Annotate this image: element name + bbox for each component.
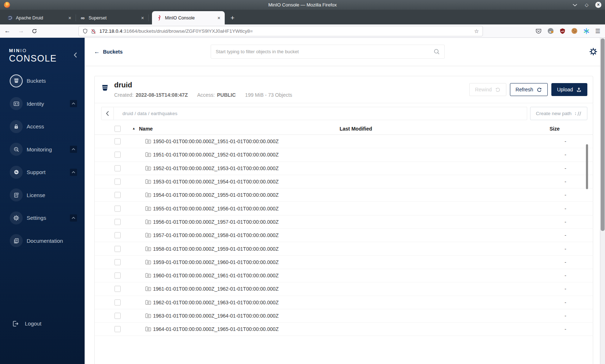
- filter-search-box[interactable]: [211, 45, 445, 59]
- sidebar-item-license[interactable]: License: [0, 184, 85, 207]
- upload-button[interactable]: Upload: [551, 83, 587, 96]
- sidebar-item-logout[interactable]: Logout: [0, 312, 85, 335]
- row-checkbox[interactable]: [115, 219, 121, 225]
- privacy-extension-icon[interactable]: [547, 28, 554, 34]
- object-name[interactable]: 1954-01-01T00:00:00.000Z_1955-01-01T00:0…: [153, 192, 279, 198]
- row-checkbox[interactable]: [115, 313, 121, 319]
- tab-superset[interactable]: ∞ Superset ×: [76, 11, 148, 24]
- column-header-last-modified[interactable]: Last Modified: [340, 126, 372, 132]
- back-to-buckets-link[interactable]: ← Buckets: [94, 49, 122, 55]
- object-row[interactable]: 1958-01-01T00:00:00.000Z_1959-01-01T00:0…: [95, 242, 593, 255]
- nav-forward-button[interactable]: →: [18, 27, 24, 35]
- sidebar-collapse-icon[interactable]: [74, 52, 77, 58]
- menu-hamburger-icon[interactable]: ☰: [595, 28, 600, 35]
- object-name[interactable]: 1964-01-01T00:00:00.000Z_1965-01-01T00:0…: [153, 326, 279, 332]
- sidebar-item-identity[interactable]: Identity: [0, 92, 85, 115]
- object-name[interactable]: 1957-01-01T00:00:00.000Z_1958-01-01T00:0…: [153, 232, 279, 238]
- ublock-icon[interactable]: uO: [560, 28, 565, 34]
- object-row[interactable]: 1964-01-01T00:00:00.000Z_1965-01-01T00:0…: [95, 323, 593, 336]
- nav-back-button[interactable]: ←: [4, 27, 10, 35]
- chevron-up-icon[interactable]: [70, 146, 77, 153]
- select-all-checkbox[interactable]: [115, 126, 121, 132]
- path-back-button[interactable]: [102, 107, 114, 120]
- row-checkbox[interactable]: [115, 286, 121, 292]
- row-checkbox[interactable]: [115, 273, 121, 279]
- column-header-size[interactable]: Size: [550, 126, 560, 132]
- sidebar-item-documentation[interactable]: Documentation: [0, 229, 85, 252]
- object-name[interactable]: 1963-01-01T00:00:00.000Z_1964-01-01T00:0…: [153, 313, 279, 319]
- nav-reload-button[interactable]: [32, 28, 37, 34]
- minimize-button[interactable]: [572, 2, 578, 8]
- row-checkbox[interactable]: [115, 138, 121, 145]
- object-name[interactable]: 1955-01-01T00:00:00.000Z_1956-01-01T00:0…: [153, 206, 279, 211]
- page-scrollbar[interactable]: [600, 38, 605, 364]
- bucket-name: druid: [114, 81, 132, 89]
- object-row[interactable]: 1954-01-01T00:00:00.000Z_1955-01-01T00:0…: [95, 188, 593, 202]
- object-name[interactable]: 1956-01-01T00:00:00.000Z_1957-01-01T00:0…: [153, 219, 279, 225]
- object-name[interactable]: 1952-01-01T00:00:00.000Z_1953-01-01T00:0…: [153, 165, 279, 171]
- bookmark-star-icon[interactable]: ☆: [474, 28, 479, 35]
- object-row[interactable]: 1953-01-01T00:00:00.000Z_1954-01-01T00:0…: [95, 175, 593, 188]
- object-row[interactable]: 1963-01-01T00:00:00.000Z_1964-01-01T00:0…: [95, 309, 593, 323]
- object-row[interactable]: 1957-01-01T00:00:00.000Z_1958-01-01T00:0…: [95, 229, 593, 242]
- tab-close-icon[interactable]: ×: [216, 15, 221, 21]
- pocket-icon[interactable]: [535, 28, 542, 34]
- object-name[interactable]: 1953-01-01T00:00:00.000Z_1954-01-01T00:0…: [153, 179, 279, 185]
- tab-apache-druid[interactable]: Apache Druid ×: [3, 11, 76, 24]
- row-checkbox[interactable]: [115, 179, 121, 185]
- row-checkbox[interactable]: [115, 192, 121, 198]
- tab-close-icon[interactable]: ×: [140, 15, 145, 21]
- row-checkbox[interactable]: [115, 259, 121, 265]
- page-scrollbar-thumb[interactable]: [601, 38, 605, 231]
- sidebar-item-access[interactable]: Access: [0, 115, 85, 138]
- object-row[interactable]: 1955-01-01T00:00:00.000Z_1956-01-01T00:0…: [95, 202, 593, 215]
- close-button[interactable]: ×: [595, 2, 601, 8]
- sidebar-item-support[interactable]: Support: [0, 161, 85, 184]
- column-header-name[interactable]: Name: [139, 126, 153, 132]
- tab-close-icon[interactable]: ×: [67, 15, 72, 21]
- refresh-button[interactable]: Refresh: [510, 83, 548, 96]
- container-asterisk-icon[interactable]: [583, 28, 590, 34]
- object-row[interactable]: 1950-01-01T00:00:00.000Z_1951-01-01T00:0…: [95, 135, 593, 148]
- row-checkbox[interactable]: [115, 205, 121, 211]
- object-row[interactable]: 1961-01-01T00:00:00.000Z_1962-01-01T00:0…: [95, 282, 593, 296]
- row-checkbox[interactable]: [115, 232, 121, 238]
- cookie-extension-icon[interactable]: [571, 28, 578, 34]
- breadcrumb[interactable]: druid / data / earthquakes: [114, 111, 178, 116]
- settings-gear-icon[interactable]: [589, 47, 597, 56]
- shield-icon[interactable]: [82, 28, 88, 34]
- object-name[interactable]: 1961-01-01T00:00:00.000Z_1962-01-01T00:0…: [153, 286, 279, 292]
- object-row[interactable]: 1952-01-01T00:00:00.000Z_1953-01-01T00:0…: [95, 162, 593, 175]
- object-name[interactable]: 1959-01-01T00:00:00.000Z_1960-01-01T00:0…: [153, 259, 279, 265]
- object-name[interactable]: 1960-01-01T00:00:00.000Z_1961-01-01T00:0…: [153, 273, 279, 278]
- object-row[interactable]: 1960-01-01T00:00:00.000Z_1961-01-01T00:0…: [95, 269, 593, 282]
- new-tab-button[interactable]: +: [230, 14, 234, 21]
- insecure-lock-icon[interactable]: [91, 28, 96, 34]
- chevron-up-icon[interactable]: [70, 169, 77, 176]
- sidebar-item-buckets[interactable]: Buckets: [0, 69, 85, 92]
- object-name[interactable]: 1962-01-01T00:00:00.000Z_1963-01-01T00:0…: [153, 300, 279, 305]
- sidebar-item-settings[interactable]: Settings: [0, 206, 85, 229]
- rewind-button[interactable]: Rewind: [469, 83, 506, 96]
- tab-minio-console[interactable]: MinIO Console ×: [152, 11, 225, 24]
- create-new-path-button[interactable]: Create new path: [530, 107, 587, 120]
- maximize-button[interactable]: ◇: [583, 2, 590, 8]
- url-bar[interactable]: 172.18.0.4:31664/buckets/druid/browse/ZG…: [79, 26, 483, 36]
- object-name[interactable]: 1951-01-01T00:00:00.000Z_1952-01-01T00:0…: [153, 152, 279, 158]
- search-input[interactable]: [216, 49, 434, 54]
- object-row[interactable]: 1956-01-01T00:00:00.000Z_1957-01-01T00:0…: [95, 215, 593, 229]
- object-name[interactable]: 1958-01-01T00:00:00.000Z_1959-01-01T00:0…: [153, 246, 279, 252]
- chevron-up-icon[interactable]: [70, 100, 77, 107]
- object-row[interactable]: 1962-01-01T00:00:00.000Z_1963-01-01T00:0…: [95, 296, 593, 309]
- row-checkbox[interactable]: [115, 326, 121, 332]
- table-scrollbar-thumb[interactable]: [586, 144, 588, 189]
- row-checkbox[interactable]: [115, 165, 121, 171]
- object-name[interactable]: 1950-01-01T00:00:00.000Z_1951-01-01T00:0…: [153, 138, 279, 144]
- object-row[interactable]: 1959-01-01T00:00:00.000Z_1960-01-01T00:0…: [95, 256, 593, 269]
- row-checkbox[interactable]: [115, 246, 121, 252]
- chevron-up-icon[interactable]: [70, 214, 77, 222]
- row-checkbox[interactable]: [115, 299, 121, 305]
- row-checkbox[interactable]: [115, 152, 121, 158]
- sidebar-item-monitoring[interactable]: Monitoring: [0, 138, 85, 161]
- object-row[interactable]: 1951-01-01T00:00:00.000Z_1952-01-01T00:0…: [95, 148, 593, 161]
